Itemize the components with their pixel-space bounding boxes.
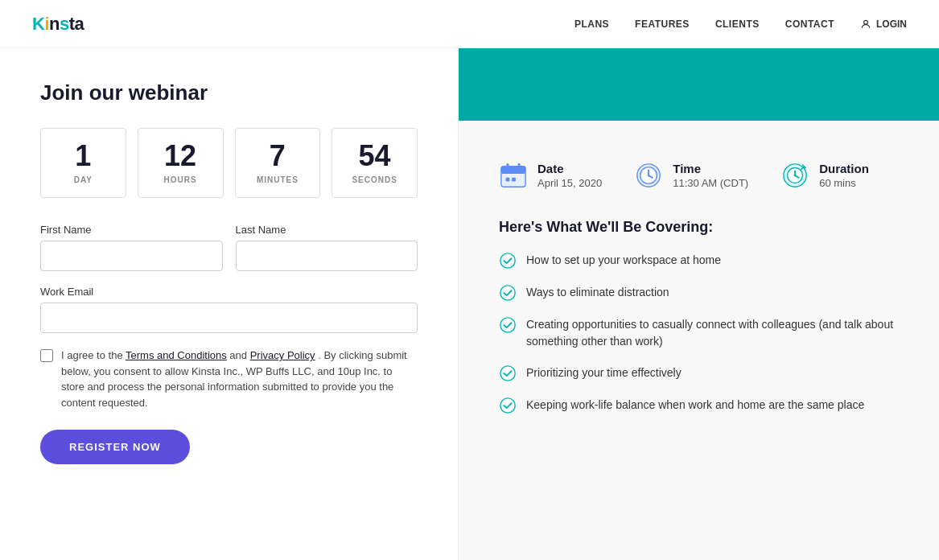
nav-plans[interactable]: PLANS	[575, 19, 609, 30]
seconds-value: 54	[339, 142, 410, 171]
duration-label: Duration	[819, 162, 869, 175]
nav-features[interactable]: FEATURES	[635, 19, 690, 30]
calendar-icon	[499, 161, 528, 190]
terms-text: I agree to the Terms and Conditions and …	[61, 348, 418, 410]
email-group: Work Email	[40, 286, 418, 333]
duration-info: Duration 60 mins	[780, 161, 869, 190]
topics-list: How to set up your workspace at home Way…	[499, 252, 899, 414]
last-name-label: Last Name	[236, 224, 418, 236]
check-icon-4	[499, 364, 517, 382]
first-name-label: First Name	[40, 224, 223, 236]
svg-point-19	[500, 398, 515, 413]
hours-label: HOURS	[145, 175, 216, 184]
duration-value: 60 mins	[819, 177, 869, 189]
check-icon-2	[499, 284, 517, 302]
email-label: Work Email	[40, 286, 418, 298]
svg-point-18	[500, 366, 515, 381]
email-input[interactable]	[40, 303, 418, 333]
page-wrapper: Join our webinar 1 DAY 12 HOURS 7 MINUTE…	[0, 48, 939, 560]
logo[interactable]: Kinsta	[32, 14, 84, 35]
teal-banner	[459, 48, 939, 121]
terms-row: I agree to the Terms and Conditions and …	[40, 348, 418, 410]
svg-point-17	[500, 318, 515, 332]
first-name-group: First Name	[40, 224, 223, 271]
days-value: 1	[47, 142, 119, 171]
date-label: Date	[537, 162, 602, 175]
svg-point-16	[500, 286, 515, 300]
countdown-seconds: 54 SECONDS	[332, 128, 418, 198]
svg-rect-2	[501, 167, 525, 174]
seconds-label: SECONDS	[339, 175, 410, 184]
topics-title: Here's What We'll Be Covering:	[499, 219, 899, 236]
topic-item: Prioritizing your time effectively	[499, 364, 899, 382]
countdown-days: 1 DAY	[40, 128, 126, 198]
countdown-timer: 1 DAY 12 HOURS 7 MINUTES 54 SECONDS	[40, 128, 418, 198]
time-info: Time 11:30 AM (CDT)	[634, 161, 748, 190]
minutes-label: MINUTES	[242, 175, 314, 184]
svg-point-11	[648, 175, 650, 177]
svg-rect-6	[512, 178, 516, 182]
first-name-input[interactable]	[40, 241, 223, 271]
check-icon-5	[499, 397, 517, 414]
svg-rect-5	[506, 178, 510, 182]
svg-point-0	[864, 20, 868, 24]
date-value: April 15, 2020	[537, 177, 602, 189]
clock-icon	[634, 161, 663, 190]
nav-links: PLANS FEATURES CLIENTS CONTACT LOGIN	[575, 19, 907, 30]
svg-point-14	[794, 175, 797, 177]
time-value: 11:30 AM (CDT)	[673, 177, 748, 189]
right-panel: Date April 15, 2020 Time	[459, 48, 939, 560]
topic-item: Creating opportunities to casually conne…	[499, 316, 899, 350]
privacy-link[interactable]: Privacy Policy	[250, 349, 315, 361]
left-panel: Join our webinar 1 DAY 12 HOURS 7 MINUTE…	[0, 48, 459, 560]
email-row: Work Email	[40, 286, 418, 333]
topic-item: Ways to eliminate distraction	[499, 284, 899, 302]
svg-point-15	[500, 253, 515, 268]
svg-rect-3	[507, 163, 509, 170]
check-icon-1	[499, 252, 517, 270]
topic-item: How to set up your workspace at home	[499, 252, 899, 270]
svg-rect-4	[518, 163, 521, 170]
check-icon-3	[499, 316, 517, 334]
duration-icon	[780, 161, 809, 190]
webinar-title: Join our webinar	[40, 80, 418, 105]
minutes-value: 7	[242, 142, 314, 171]
hours-value: 12	[145, 142, 216, 171]
navigation: Kinsta PLANS FEATURES CLIENTS CONTACT LO…	[0, 0, 939, 48]
date-info: Date April 15, 2020	[499, 161, 602, 190]
days-label: DAY	[47, 175, 119, 184]
register-button[interactable]: REGISTER NOW	[40, 430, 190, 464]
login-button[interactable]: LOGIN	[860, 19, 907, 30]
terms-link[interactable]: Terms and Conditions	[126, 349, 227, 361]
name-row: First Name Last Name	[40, 224, 418, 271]
nav-contact[interactable]: CONTACT	[785, 19, 834, 30]
terms-checkbox[interactable]	[40, 349, 53, 362]
user-icon	[860, 19, 871, 30]
topic-item: Keeping work-life balance when work and …	[499, 397, 899, 414]
nav-clients[interactable]: CLIENTS	[715, 19, 760, 30]
last-name-input[interactable]	[236, 241, 418, 271]
countdown-hours: 12 HOURS	[138, 128, 224, 198]
event-info: Date April 15, 2020 Time	[499, 161, 899, 190]
countdown-minutes: 7 MINUTES	[235, 128, 321, 198]
last-name-group: Last Name	[236, 224, 418, 271]
time-label: Time	[673, 162, 748, 175]
